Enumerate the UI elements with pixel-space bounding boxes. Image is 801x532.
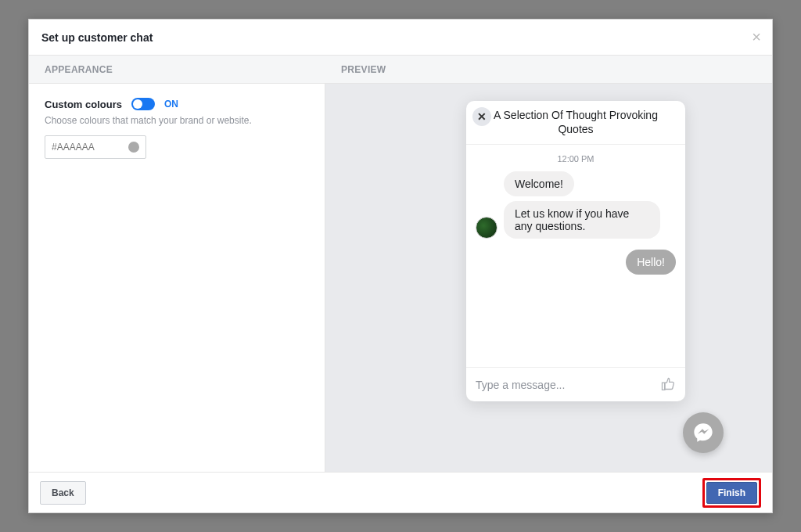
- custom-colours-description: Choose colours that match your brand or …: [45, 115, 309, 126]
- like-icon[interactable]: [660, 376, 676, 394]
- custom-colours-label: Custom colours: [45, 99, 122, 110]
- modal-title: Set up customer chat: [41, 31, 153, 44]
- chat-bubble-in: Let us know if you have any questions.: [504, 201, 660, 239]
- chat-input[interactable]: Type a message...: [476, 379, 565, 391]
- tab-appearance[interactable]: APPEARANCE: [29, 56, 325, 83]
- chat-bubble-in: Welcome!: [504, 171, 574, 196]
- close-icon[interactable]: ×: [752, 29, 761, 45]
- modal-footer: Back Finish: [29, 472, 772, 512]
- chat-body: 12:00 PM Welcome! Let us know if you hav…: [466, 145, 685, 367]
- chat-message-out-1: Hello!: [476, 250, 676, 275]
- finish-button[interactable]: Finish: [706, 482, 757, 504]
- tabs-row: APPEARANCE PREVIEW: [29, 56, 772, 84]
- colour-swatch[interactable]: [128, 142, 139, 153]
- back-button[interactable]: Back: [40, 481, 86, 505]
- colour-hex-field[interactable]: [52, 142, 114, 153]
- toggle-knob: [133, 99, 142, 109]
- chat-timestamp: 12:00 PM: [476, 154, 676, 164]
- colour-input[interactable]: [45, 135, 146, 159]
- toggle-state-label: ON: [164, 99, 178, 110]
- modal-header: Set up customer chat ×: [29, 20, 772, 56]
- chat-title: A Selection Of Thought Provoking Quotes: [493, 109, 659, 136]
- chat-bubble-out: Hello!: [626, 250, 676, 275]
- chat-avatar-icon: [476, 217, 497, 239]
- finish-button-highlight: Finish: [702, 478, 761, 508]
- appearance-panel: Custom colours ON Choose colours that ma…: [29, 84, 325, 472]
- tab-preview[interactable]: PREVIEW: [325, 56, 772, 83]
- chat-message-in-1: Welcome!: [476, 171, 676, 196]
- chat-preview-card: ✕ A Selection Of Thought Provoking Quote…: [466, 101, 685, 401]
- chat-header: ✕ A Selection Of Thought Provoking Quote…: [466, 101, 685, 145]
- chat-input-row: Type a message...: [466, 367, 685, 401]
- chat-close-icon[interactable]: ✕: [472, 107, 491, 126]
- custom-colours-row: Custom colours ON: [45, 98, 309, 110]
- modal-body: Custom colours ON Choose colours that ma…: [29, 84, 772, 472]
- setup-modal: Set up customer chat × APPEARANCE PREVIE…: [28, 19, 773, 513]
- custom-colours-toggle[interactable]: [131, 98, 155, 110]
- preview-panel: ✕ A Selection Of Thought Provoking Quote…: [325, 84, 772, 472]
- messenger-fab[interactable]: [683, 412, 724, 453]
- chat-message-in-2: Let us know if you have any questions.: [476, 201, 676, 239]
- messenger-icon: [692, 422, 714, 444]
